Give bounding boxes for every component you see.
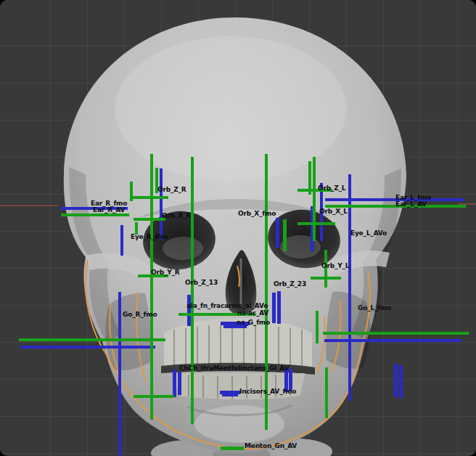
landmark-label[interactable]: Eye_R_AVo bbox=[131, 234, 168, 240]
landmark-label[interactable]: Eye_L_AVo bbox=[350, 230, 387, 237]
landmark-label[interactable]: Orb_Y_L bbox=[321, 263, 349, 269]
green-marker-line[interactable] bbox=[311, 277, 341, 280]
green-marker-line[interactable] bbox=[191, 157, 194, 424]
landmark-label[interactable]: Orb_X_L bbox=[319, 208, 348, 215]
landmark-label[interactable]: Go_R_fmo bbox=[123, 312, 157, 318]
green-marker-line[interactable] bbox=[221, 447, 244, 450]
landmark-label[interactable]: Orb_Z_13 bbox=[185, 280, 218, 286]
green-marker-line[interactable] bbox=[19, 338, 165, 341]
red-marker-line bbox=[0, 205, 58, 206]
landmark-label[interactable]: Incisors_AV_fmo bbox=[239, 388, 296, 395]
blue-marker-line[interactable] bbox=[394, 364, 398, 397]
blue-marker-line[interactable] bbox=[118, 292, 121, 456]
green-marker-line[interactable] bbox=[298, 222, 335, 225]
landmark-label[interactable]: Orb_X_R bbox=[162, 213, 191, 219]
green-marker-line[interactable] bbox=[131, 196, 168, 199]
landmark-label[interactable]: Ear_L_AV bbox=[395, 201, 427, 208]
blue-marker-line[interactable] bbox=[173, 370, 176, 397]
landmark-label[interactable]: ala_fn_fracarnis_al_AVo bbox=[186, 303, 268, 309]
landmark-label[interactable]: Orb_Z_L bbox=[318, 185, 345, 192]
blue-marker-line[interactable] bbox=[324, 339, 461, 342]
landmark-label[interactable]: Orb_Z_23 bbox=[274, 281, 306, 288]
green-marker-line[interactable] bbox=[150, 154, 153, 420]
green-marker-line[interactable] bbox=[61, 213, 129, 216]
blue-marker-line[interactable] bbox=[178, 372, 181, 395]
green-marker-line[interactable] bbox=[283, 219, 287, 251]
blue-marker-line[interactable] bbox=[222, 394, 238, 396]
blue-marker-line[interactable] bbox=[277, 291, 281, 324]
blue-marker-line[interactable] bbox=[276, 218, 279, 248]
green-marker-line[interactable] bbox=[323, 332, 469, 335]
landmark-label[interactable]: Orb_X_fmo bbox=[238, 211, 276, 217]
green-marker-line[interactable] bbox=[134, 218, 165, 221]
blue-marker-line[interactable] bbox=[20, 346, 155, 349]
green-marker-line[interactable] bbox=[325, 367, 328, 418]
landmark-label[interactable]: Orb_Z_R bbox=[157, 187, 186, 193]
landmark-label[interactable]: Menton_Gn_AV bbox=[245, 443, 297, 449]
landmark-label[interactable]: ns-ac_AV bbox=[237, 310, 268, 317]
blue-marker-line[interactable] bbox=[348, 174, 351, 401]
landmark-markers-layer: Ear_R_fmoEar_R_AVOrb_Z_ROrb_X_REye_R_AVo… bbox=[0, 0, 476, 456]
blue-marker-line[interactable] bbox=[399, 365, 403, 398]
red-marker-line bbox=[459, 203, 476, 205]
green-marker-line[interactable] bbox=[134, 395, 174, 398]
landmark-label[interactable]: Go_L_fmo bbox=[358, 305, 391, 312]
blue-marker-line[interactable] bbox=[120, 225, 123, 256]
green-marker-line[interactable] bbox=[316, 311, 319, 343]
landmark-label[interactable]: Orb_Y_R bbox=[151, 269, 180, 276]
blue-marker-line[interactable] bbox=[187, 295, 191, 326]
blue-marker-line[interactable] bbox=[160, 168, 163, 240]
landmark-label[interactable]: ns_G_fmo bbox=[237, 319, 270, 326]
blue-marker-line[interactable] bbox=[325, 198, 464, 201]
green-marker-line[interactable] bbox=[313, 157, 316, 241]
landmark-label[interactable]: ChCh_IfraMentfolinctans_Gl_AV bbox=[179, 365, 289, 372]
3d-viewport[interactable]: Ear_R_fmoEar_R_AVOrb_Z_ROrb_X_REye_R_AVo… bbox=[0, 0, 476, 456]
blue-marker-line[interactable] bbox=[272, 293, 276, 323]
landmark-label[interactable]: Ear_R_AV bbox=[93, 207, 125, 213]
